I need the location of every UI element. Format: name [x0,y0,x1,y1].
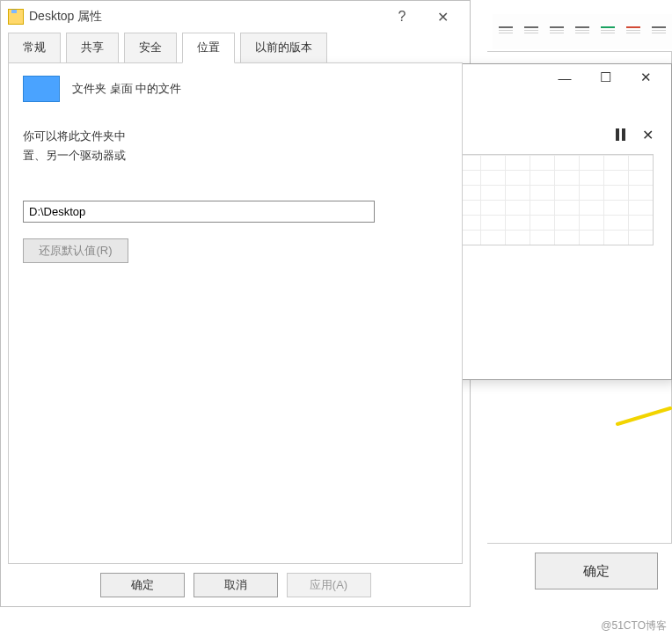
tab-location-panel: 文件夹 桌面 中的文件 你可以将此文件夹中 置、另一个驱动器或 还原默认值(R) [8,62,463,564]
tab-previous-versions[interactable]: 以前的版本 [240,33,327,63]
align-justify-icon[interactable] [575,26,589,37]
cancel-button[interactable]: 取消 [194,573,278,597]
watermark: @51CTO博客 [601,619,667,633]
yellow-highlight-stroke [616,405,672,431]
tab-location[interactable]: 位置 [182,33,235,63]
apply-button: 应用(A) [287,573,371,597]
pause-button[interactable] [616,128,626,141]
align-center-icon[interactable] [524,26,538,37]
location-description: 你可以将此文件夹中 置、另一个驱动器或 [23,127,448,165]
location-header-text: 文件夹 桌面 中的文件 [72,81,181,97]
location-path-input[interactable] [23,201,375,223]
close-icon[interactable]: ✕ [625,65,666,90]
align-extra-icon[interactable] [652,26,666,37]
align-green-icon[interactable] [601,26,615,37]
maximize-icon[interactable]: ☐ [585,65,625,90]
minimize-icon[interactable]: — [544,65,585,90]
folder-icon [8,9,24,25]
background-ok-button[interactable]: 确定 [535,553,658,589]
tab-sharing[interactable]: 共享 [66,33,119,63]
window-title: Desktop 属性 [29,9,102,25]
ok-button[interactable]: 确定 [100,573,185,597]
restore-default-button[interactable]: 还原默认值(R) [23,238,128,263]
properties-tabs: 常规 共享 安全 位置 以前的版本 [1,33,470,63]
properties-titlebar: Desktop 属性 ? ✕ [1,1,470,33]
align-right-icon[interactable] [550,26,564,37]
help-icon[interactable]: ? [382,4,422,30]
dialog-button-row: 确定 取消 应用(A) [1,564,470,608]
ribbon-align-icons [493,14,672,49]
tab-general[interactable]: 常规 [8,33,61,63]
align-red-icon[interactable] [626,26,640,37]
desktop-folder-icon [23,76,60,102]
tab-security[interactable]: 安全 [124,33,177,63]
close-icon[interactable]: ✕ [422,4,463,30]
background-ribbon [493,14,672,49]
align-left-icon[interactable] [499,26,513,37]
desktop-properties-window: Desktop 属性 ? ✕ 常规 共享 安全 位置 以前的版本 文件夹 桌面 … [0,0,471,607]
cancel-copy-button[interactable]: ✕ [642,127,654,143]
